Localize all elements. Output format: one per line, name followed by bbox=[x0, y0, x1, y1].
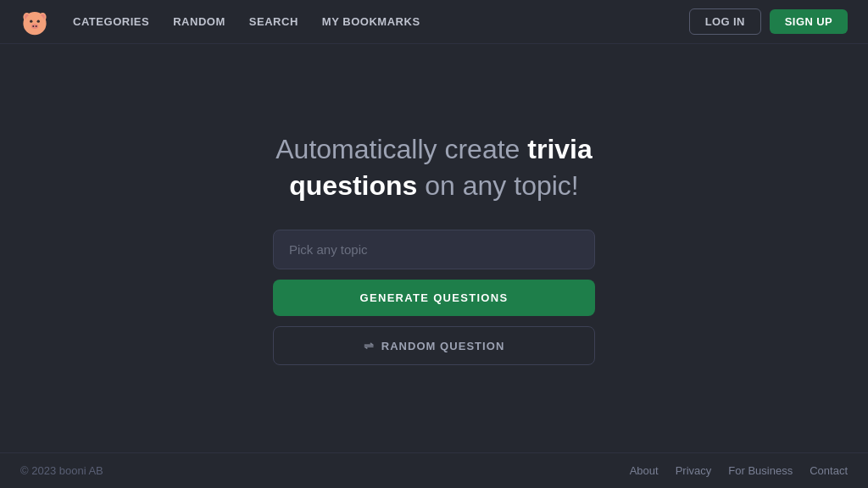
svg-point-10 bbox=[36, 25, 37, 27]
nav-actions: LOG IN SIGN UP bbox=[689, 8, 848, 35]
nav-item-categories[interactable]: CATEGORIES bbox=[73, 15, 149, 28]
login-button[interactable]: LOG IN bbox=[689, 8, 761, 35]
footer-link-about[interactable]: About bbox=[630, 464, 659, 477]
shuffle-icon: ⇌ bbox=[364, 339, 375, 352]
footer-link-privacy[interactable]: Privacy bbox=[676, 464, 712, 477]
random-question-button[interactable]: ⇌ RANDOM QUESTION bbox=[273, 326, 595, 365]
topic-input-container bbox=[273, 230, 595, 269]
main-content: Automatically create trivia questions on… bbox=[0, 44, 868, 452]
footer: © 2023 booni AB About Privacy For Busine… bbox=[0, 452, 868, 488]
hero-title-part2: on any topic! bbox=[417, 170, 578, 201]
copyright-text: © 2023 booni AB bbox=[20, 464, 103, 477]
app-logo bbox=[20, 8, 49, 36]
nav-item-search[interactable]: SEARCH bbox=[249, 15, 298, 28]
svg-point-7 bbox=[37, 19, 40, 22]
footer-link-business[interactable]: For Business bbox=[728, 464, 793, 477]
random-button-label: RANDOM QUESTION bbox=[381, 340, 505, 352]
svg-point-5 bbox=[25, 13, 45, 33]
hero-title-part1: Automatically create bbox=[275, 134, 527, 164]
signup-button[interactable]: SIGN UP bbox=[770, 9, 848, 34]
topic-input[interactable] bbox=[273, 230, 595, 269]
hero-title: Automatically create trivia questions on… bbox=[222, 131, 646, 204]
svg-point-8 bbox=[31, 24, 39, 29]
generate-button[interactable]: GENERATE QUESTIONS bbox=[273, 280, 595, 316]
footer-links: About Privacy For Business Contact bbox=[630, 464, 848, 477]
svg-point-6 bbox=[30, 19, 32, 22]
nav-item-bookmarks[interactable]: MY BOOKMARKS bbox=[322, 15, 420, 28]
navbar: CATEGORIES RANDOM SEARCH MY BOOKMARKS LO… bbox=[0, 0, 868, 44]
nav-item-random[interactable]: RANDOM bbox=[173, 15, 225, 28]
nav-links: CATEGORIES RANDOM SEARCH MY BOOKMARKS bbox=[73, 15, 689, 28]
svg-point-9 bbox=[32, 25, 34, 27]
footer-link-contact[interactable]: Contact bbox=[810, 464, 848, 477]
